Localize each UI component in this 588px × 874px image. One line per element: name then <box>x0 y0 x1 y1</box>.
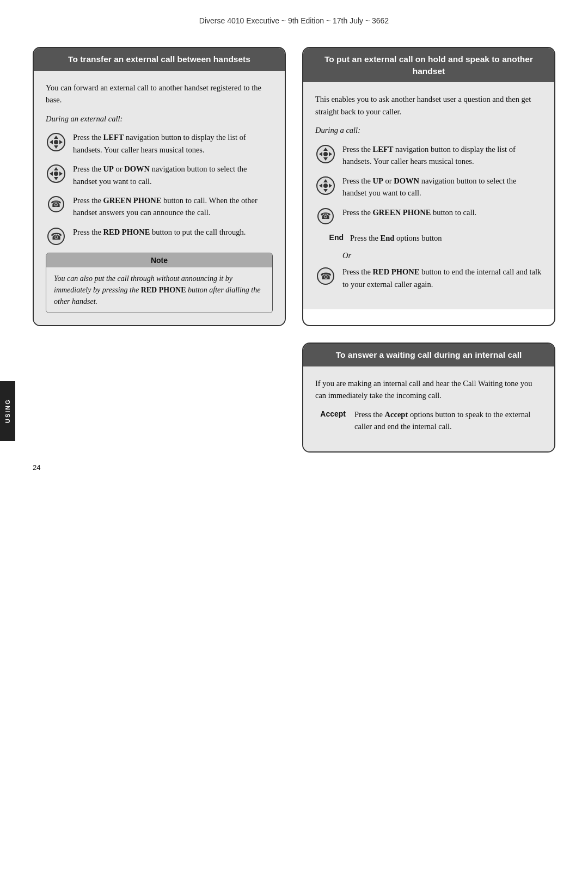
page-header: Diverse 4010 Executive ~ 9th Edition ~ 1… <box>33 16 555 25</box>
transfer-call-box: To transfer an external call between han… <box>33 47 286 326</box>
svg-text:☎: ☎ <box>320 211 331 221</box>
hold-step-4: End Press the End options button <box>315 232 542 244</box>
svg-point-27 <box>323 184 328 188</box>
answer-waiting-box: To answer a waiting call during an inter… <box>302 343 555 453</box>
svg-point-11 <box>54 172 58 176</box>
hold-step-3: ☎ Press the GREEN PHONE button to call. <box>315 206 542 225</box>
svg-point-5 <box>54 140 58 144</box>
hold-step-5-text: Press the RED PHONE button to end the in… <box>342 266 542 290</box>
hold-or: Or <box>342 251 542 260</box>
svg-text:☎: ☎ <box>320 271 332 282</box>
transfer-step-2-text: Press the UP or DOWN navigation button t… <box>73 163 273 187</box>
transfer-italic-heading: During an external call: <box>46 113 273 125</box>
nav-cross-icon-3 <box>315 143 336 164</box>
note-header: Note <box>46 253 272 267</box>
transfer-call-header: To transfer an external call between han… <box>34 48 285 71</box>
svg-point-21 <box>323 152 328 156</box>
red-phone-icon-2: ☎ <box>315 266 336 285</box>
hold-step-3-text: Press the GREEN PHONE button to call. <box>342 206 542 218</box>
transfer-step-4-text: Press the RED PHONE button to put the ca… <box>73 226 273 238</box>
transfer-step-3: ☎ Press the GREEN PHONE button to call. … <box>46 194 273 219</box>
sidebar-label: USING <box>0 381 15 441</box>
green-phone-icon-2: ☎ <box>315 206 336 225</box>
green-phone-icon-1: ☎ <box>46 194 66 213</box>
note-body: You can also put the call through withou… <box>46 267 272 313</box>
transfer-step-1-text: Press the LEFT navigation button to disp… <box>73 131 273 156</box>
transfer-step-3-text: Press the GREEN PHONE button to call. Wh… <box>73 194 273 219</box>
hold-intro: This enables you to ask another handset … <box>315 93 542 118</box>
end-label-cell: End <box>315 232 344 242</box>
svg-text:☎: ☎ <box>51 231 62 242</box>
red-phone-icon-1: ☎ <box>46 226 66 246</box>
answer-waiting-intro: If you are making an internal call and h… <box>315 377 542 402</box>
bottom-left-empty <box>33 343 286 453</box>
hold-step-1-text: Press the LEFT navigation button to disp… <box>342 143 542 168</box>
nav-cross-icon-4 <box>315 175 336 195</box>
transfer-step-1: Press the LEFT navigation button to disp… <box>46 131 273 156</box>
transfer-intro: You can forward an external call to anot… <box>46 82 273 106</box>
svg-text:☎: ☎ <box>51 199 62 209</box>
page-number: 24 <box>33 463 555 472</box>
transfer-step-4: ☎ Press the RED PHONE button to put the … <box>46 226 273 246</box>
hold-step-1: Press the LEFT navigation button to disp… <box>315 143 542 168</box>
accept-label-cell: Accept <box>315 408 348 418</box>
hold-step-2: Press the UP or DOWN navigation button t… <box>315 175 542 199</box>
answer-waiting-header: To answer a waiting call during an inter… <box>303 344 554 366</box>
nav-cross-icon-1 <box>46 131 66 152</box>
note-box: Note You can also put the call through w… <box>46 253 273 313</box>
hold-call-body: This enables you to ask another handset … <box>303 82 554 309</box>
hold-step-5: ☎ Press the RED PHONE button to end the … <box>315 266 542 290</box>
hold-call-header: To put an external call on hold and spea… <box>303 48 554 82</box>
hold-step-4-text: Press the End options button <box>350 232 542 244</box>
hold-step-2-text: Press the UP or DOWN navigation button t… <box>342 175 542 199</box>
answer-waiting-step-1: Accept Press the Accept options button t… <box>315 408 542 433</box>
hold-italic-heading: During a call: <box>315 124 542 136</box>
hold-call-box: To put an external call on hold and spea… <box>302 47 555 326</box>
answer-waiting-step-1-text: Press the Accept options button to speak… <box>354 408 542 433</box>
answer-waiting-body: If you are making an internal call and h… <box>303 366 554 452</box>
transfer-step-2: Press the UP or DOWN navigation button t… <box>46 163 273 187</box>
nav-cross-icon-2 <box>46 163 66 184</box>
transfer-call-body: You can forward an external call to anot… <box>34 71 285 325</box>
